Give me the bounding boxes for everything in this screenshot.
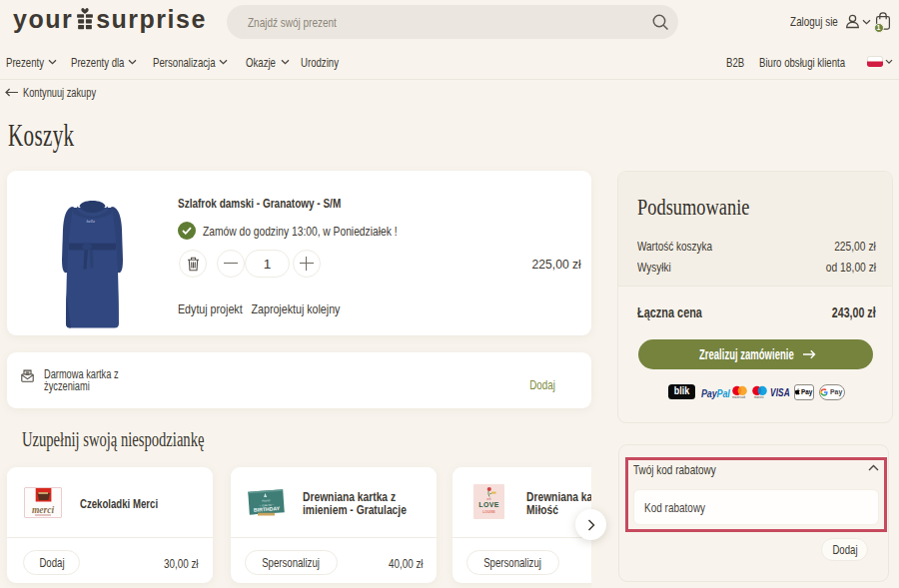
svg-text:mastercard: mastercard — [732, 395, 746, 398]
svg-text:LOVE: LOVE — [478, 501, 498, 508]
svg-text:merci: merci — [32, 505, 55, 515]
svg-text:bella: bella — [87, 219, 95, 224]
svg-text:maestro: maestro — [754, 395, 764, 398]
svg-text:LOUISE: LOUISE — [482, 510, 495, 514]
